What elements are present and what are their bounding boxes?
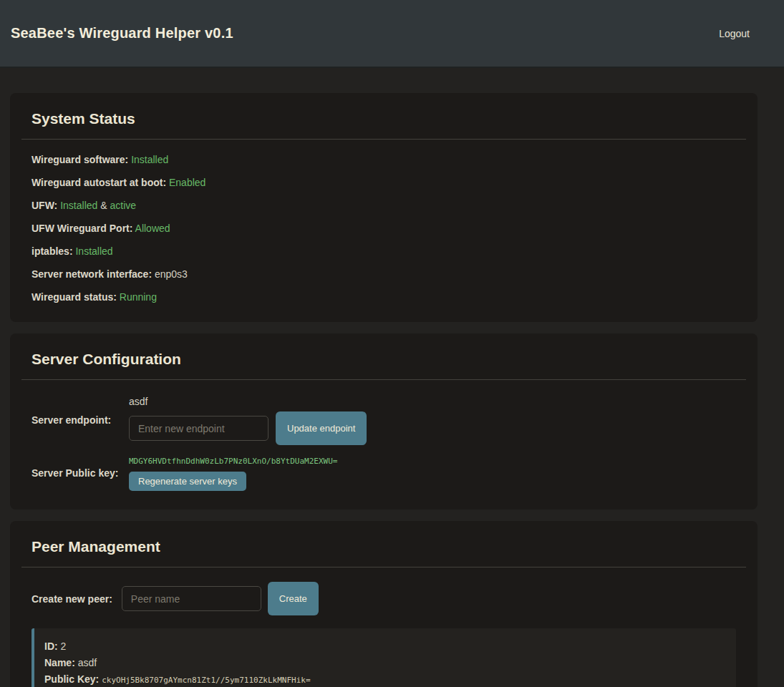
- update-endpoint-button[interactable]: Update endpoint: [276, 411, 367, 445]
- endpoint-input-row: Update endpoint: [129, 411, 367, 445]
- main-content: System Status Wireguard software: Instal…: [10, 93, 758, 687]
- create-peer-row: Create new peer: Create: [32, 582, 736, 615]
- status-item: Wireguard software: Installed: [32, 154, 736, 166]
- server-endpoint-row: Server endpoint: asdf Update endpoint: [32, 394, 736, 445]
- status-item-value: active: [110, 200, 136, 211]
- peer-field-label: ID:: [44, 640, 58, 652]
- section-divider: [21, 567, 746, 567]
- peer-name-input[interactable]: [122, 586, 261, 611]
- status-item-value: &: [97, 200, 110, 211]
- regenerate-keys-button[interactable]: Regenerate server keys: [129, 472, 246, 491]
- peer-field-row: Name: asdf: [44, 655, 725, 671]
- peer-field-value: asdf: [78, 657, 97, 668]
- status-item: UFW: Installed & active: [32, 200, 736, 212]
- server-public-key-row: Server Public key: MDGY6HVDtfhnDdhW0zLb7…: [32, 455, 736, 491]
- server-public-key-content: MDGY6HVDtfhnDdhW0zLb7PNz0LXnO/b8YtDUaM2E…: [129, 455, 337, 491]
- status-item-label: Wireguard status:: [32, 291, 117, 303]
- system-status-heading: System Status: [32, 109, 746, 129]
- endpoint-input[interactable]: [129, 416, 268, 441]
- status-item-value: Installed: [131, 154, 168, 165]
- status-item-label: UFW:: [32, 200, 57, 211]
- server-config-section: Server Configuration Server endpoint: as…: [10, 333, 758, 510]
- peer-field-value: 2: [61, 640, 67, 652]
- logout-link[interactable]: Logout: [719, 28, 750, 39]
- server-endpoint-content: asdf Update endpoint: [129, 394, 367, 445]
- status-item-label: UFW Wireguard Port:: [32, 223, 132, 234]
- status-item-value: Installed: [60, 200, 97, 211]
- create-peer-label: Create new peer:: [32, 593, 112, 605]
- status-item: Server network interface: enp0s3: [32, 268, 736, 281]
- status-item: iptables: Installed: [32, 245, 736, 258]
- system-status-section: System Status Wireguard software: Instal…: [10, 93, 758, 322]
- peer-field-value: ckyOHj5Bk8707gAYmcn81Zt1//5ym7110ZkLkMNF…: [102, 676, 310, 685]
- peer-management-section: Peer Management Create new peer: Create …: [10, 521, 758, 687]
- status-item-label: iptables:: [32, 245, 73, 257]
- app-title: SeaBee's Wireguard Helper v0.1: [11, 25, 233, 42]
- status-item-value: Enabled: [169, 177, 205, 188]
- status-item-value: Allowed: [135, 223, 170, 234]
- peer-field-label: Public Key:: [44, 673, 99, 685]
- section-divider: [21, 139, 746, 140]
- endpoint-current-value: asdf: [129, 394, 147, 409]
- peer-field-row: Public Key: ckyOHj5Bk8707gAYmcn81Zt1//5y…: [44, 671, 725, 687]
- create-peer-button[interactable]: Create: [268, 582, 319, 615]
- server-public-key-label: Server Public key:: [32, 467, 129, 479]
- server-config-body: Server endpoint: asdf Update endpoint Se…: [21, 394, 746, 491]
- status-item: Wireguard status: Running: [32, 291, 736, 303]
- peer-card: ID: 2Name: asdfPublic Key: ckyOHj5Bk8707…: [32, 628, 736, 687]
- peer-field-row: ID: 2: [44, 638, 725, 655]
- status-item: Wireguard autostart at boot: Enabled: [32, 177, 736, 189]
- server-config-heading: Server Configuration: [32, 349, 746, 369]
- section-divider: [21, 379, 746, 380]
- peer-management-body: Create new peer: Create ID: 2Name: asdfP…: [21, 582, 746, 687]
- system-status-list: Wireguard software: InstalledWireguard a…: [21, 154, 746, 303]
- status-item-value: Installed: [75, 245, 112, 257]
- peer-management-heading: Peer Management: [32, 537, 746, 557]
- status-item-value: Running: [120, 291, 157, 303]
- status-item-label: Wireguard software:: [32, 154, 128, 165]
- peer-list: ID: 2Name: asdfPublic Key: ckyOHj5Bk8707…: [32, 628, 736, 687]
- server-public-key-value: MDGY6HVDtfhnDdhW0zLb7PNz0LXnO/b8YtDUaM2E…: [129, 455, 337, 467]
- app-header: SeaBee's Wireguard Helper v0.1 Logout: [0, 0, 784, 68]
- peer-field-label: Name:: [44, 657, 75, 668]
- server-endpoint-label: Server endpoint:: [32, 414, 129, 426]
- status-item-label: Server network interface:: [32, 268, 152, 280]
- status-item: UFW Wireguard Port: Allowed: [32, 223, 736, 235]
- status-item-value: enp0s3: [155, 268, 188, 280]
- status-item-label: Wireguard autostart at boot:: [32, 177, 166, 188]
